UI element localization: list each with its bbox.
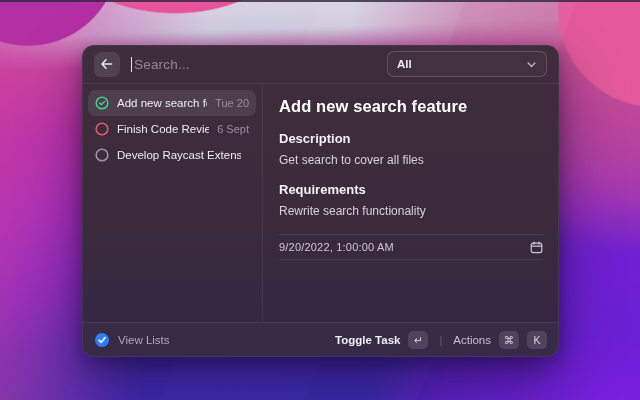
window-body: Add new search feature Tue 20 Finish Cod… [82,84,559,322]
raycast-window: Search... All Add new search feature Tue… [82,45,559,357]
task-title: Add new search feature [117,97,207,109]
footer-app-label: View Lists [118,334,327,346]
task-title: Develop Raycast Extension [117,149,241,161]
due-date-field[interactable]: 9/20/2022, 1:00:00 AM [279,235,543,260]
task-row-finish-code-reviews[interactable]: Finish Code Reviews 6 Sept [88,116,256,142]
task-row-add-new-search-feature[interactable]: Add new search feature Tue 20 [88,90,256,116]
task-detail-pane: Add new search feature Description Get s… [263,84,559,322]
task-list: Add new search feature Tue 20 Finish Cod… [82,84,263,322]
toggle-task-action[interactable]: Toggle Task [335,334,400,346]
search-header: Search... All [82,45,559,84]
text-cursor [131,57,132,72]
task-row-develop-raycast-extension[interactable]: Develop Raycast Extension [88,142,256,168]
task-title: Finish Code Reviews [117,123,209,135]
circle-open-icon[interactable] [95,148,109,162]
search-placeholder: Search... [134,57,190,72]
filter-dropdown[interactable]: All [387,51,547,77]
calendar-icon[interactable] [530,241,543,254]
check-circle-icon[interactable] [95,96,109,110]
due-date-block: 9/20/2022, 1:00:00 AM [279,234,543,260]
task-due-label: 6 Sept [217,123,249,135]
todo-app-icon [94,332,110,348]
command-key-badge: ⌘ [499,331,519,349]
filter-dropdown-value: All [397,58,520,70]
due-date-value: 9/20/2022, 1:00:00 AM [279,241,530,253]
actions-menu-button[interactable]: Actions [453,334,491,346]
section-body-requirements: Rewrite search functionality [279,204,543,218]
chevron-down-icon [526,59,537,70]
section-heading-description: Description [279,131,543,146]
arrow-left-icon [101,58,113,70]
circle-overdue-icon[interactable] [95,122,109,136]
task-due-label: Tue 20 [215,97,249,109]
section-body-description: Get search to cover all files [279,153,543,167]
detail-title: Add new search feature [279,97,543,116]
section-heading-requirements: Requirements [279,182,543,197]
k-key-badge: K [527,331,547,349]
search-input[interactable]: Search... [131,57,387,72]
screen-top-edge [0,0,640,2]
back-button[interactable] [94,52,120,77]
footer-separator: | [439,334,442,346]
return-key-badge: ↵ [408,331,428,349]
action-bar: View Lists Toggle Task ↵ | Actions ⌘ K [82,322,559,357]
